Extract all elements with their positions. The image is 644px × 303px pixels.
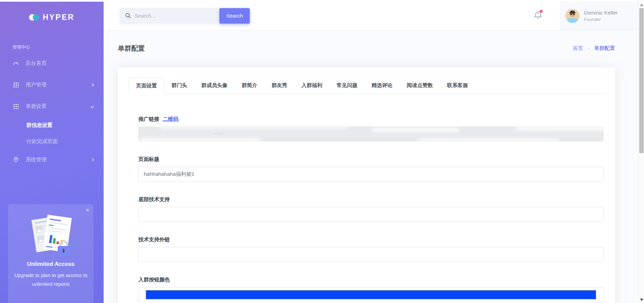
footer-support-input[interactable]: [138, 207, 603, 222]
sidebar-item-label: 系统管理: [26, 156, 47, 163]
tab-group-show[interactable]: 群友秀: [265, 78, 295, 94]
logo-text: HYPER: [43, 13, 74, 22]
sidebar-item-system[interactable]: 系统管理: [0, 149, 104, 170]
tab-featured-comments[interactable]: 精选评论: [365, 78, 400, 94]
page-settings-form: 推广链接 二维码 ····· 页面标题 hahhahahaha福利裙1: [138, 116, 603, 302]
breadcrumb-home[interactable]: 首页: [573, 45, 583, 52]
sidebar-item-group-settings[interactable]: 单群设置: [0, 95, 104, 117]
grid-icon: [13, 103, 19, 109]
topbar-right: Dominic Keller Founder: [534, 2, 638, 30]
main-content: 单群配置 首页 › 单群配置 页面设置 群门头 群成员头像 群简介 群友秀 入群…: [104, 30, 638, 303]
reports-illustration: [13, 213, 89, 257]
hyper-logo-icon: [29, 14, 39, 21]
breadcrumb-current[interactable]: 单群配置: [594, 45, 615, 52]
app-window: HYPER 管理中心 后台首页 用户管理 单群设置 群信息设置 付款完成页面: [0, 2, 644, 303]
logo[interactable]: HYPER: [0, 2, 104, 33]
qr-code-link[interactable]: 二维码: [163, 116, 179, 123]
search-input[interactable]: [135, 13, 212, 19]
sidebar-item-label: 单群设置: [26, 103, 47, 110]
support-url-input[interactable]: [138, 247, 603, 262]
scrollbar-thumb[interactable]: [639, 8, 644, 153]
search-button[interactable]: Search: [219, 8, 250, 24]
map-pin-icon: [13, 157, 19, 163]
tab-faq[interactable]: 常见问题: [329, 78, 365, 94]
scrollbar[interactable]: [638, 0, 644, 303]
upgrade-card: ×: [8, 204, 93, 303]
promo-link-input: ·····: [138, 127, 603, 141]
tab-contact-support[interactable]: 联系客服: [440, 78, 475, 94]
close-icon[interactable]: ×: [86, 208, 89, 213]
redacted-text: ·····: [213, 131, 223, 136]
upgrade-title: Unlimited Access: [13, 261, 89, 268]
sidebar: HYPER 管理中心 后台首页 用户管理 单群设置 群信息设置 付款完成页面: [0, 2, 104, 303]
sidebar-item-label: 用户管理: [26, 81, 47, 88]
sidebar-subitem-label: 付款完成页面: [26, 138, 58, 145]
user-role: Founder: [584, 17, 618, 22]
user-name: Dominic Keller: [584, 10, 618, 16]
settings-card: 页面设置 群门头 群成员头像 群简介 群友秀 入群福利 常见问题 精选评论 阅读…: [118, 67, 615, 303]
scroll-down-arrow-icon[interactable]: [639, 297, 644, 302]
promo-link-group: 推广链接 二维码 ·····: [138, 116, 603, 141]
sidebar-subitem-group-info[interactable]: 群信息设置: [0, 117, 104, 133]
search-icon: [125, 13, 131, 19]
sidebar-subitem-payment-done[interactable]: 付款完成页面: [0, 133, 104, 149]
tab-join-benefits[interactable]: 入群福利: [294, 78, 329, 94]
support-url-group: 技术支持外链: [138, 236, 603, 262]
tab-page-settings[interactable]: 页面设置: [129, 78, 164, 94]
notification-dot: [540, 10, 543, 13]
tab-group-intro[interactable]: 群简介: [235, 78, 265, 94]
page-title: 单群配置: [118, 44, 145, 53]
search-group: Search: [120, 8, 250, 24]
search-box: [120, 8, 220, 24]
upgrade-body: Upgrade to plan to get access to unlimit…: [13, 271, 89, 288]
button-color-group: 入群按钮颜色: [138, 276, 603, 302]
sidebar-item-dashboard[interactable]: 后台首页: [0, 52, 104, 74]
chevron-down-icon: [91, 105, 94, 108]
color-picker-input[interactable]: [138, 287, 603, 302]
support-url-label: 技术支持外链: [138, 236, 603, 243]
chevron-right-icon: [91, 83, 94, 86]
footer-support-label: 底部技术支持: [138, 196, 603, 203]
tab-read-likes[interactable]: 阅读点赞数: [400, 78, 440, 94]
page-title-label: 页面标题: [138, 156, 603, 163]
page-title-group: 页面标题 hahhahahaha福利裙1: [138, 156, 603, 182]
tab-member-avatars[interactable]: 群成员头像: [194, 78, 235, 94]
color-swatch: [146, 290, 596, 299]
tab-group-header[interactable]: 群门头: [164, 78, 194, 94]
field-label: 推广链接: [138, 116, 159, 123]
button-color-label: 入群按钮颜色: [138, 276, 603, 283]
promo-link-label: 推广链接 二维码: [138, 116, 603, 123]
tab-bar: 页面设置 群门头 群成员头像 群简介 群友秀 入群福利 常见问题 精选评论 阅读…: [129, 78, 604, 94]
user-profile[interactable]: Dominic Keller Founder: [560, 2, 638, 30]
scroll-up-arrow-icon[interactable]: [639, 2, 644, 7]
breadcrumb-separator-icon: ›: [588, 46, 589, 51]
notification-bell[interactable]: [534, 10, 542, 21]
sidebar-section-label: 管理中心: [12, 44, 104, 50]
footer-support-group: 底部技术支持: [138, 196, 603, 222]
sidebar-item-users[interactable]: 用户管理: [0, 74, 104, 95]
grid-icon: [13, 82, 19, 88]
chevron-right-icon: [91, 158, 94, 161]
breadcrumb: 首页 › 单群配置: [573, 45, 615, 52]
topbar: Search: [104, 2, 638, 30]
sidebar-item-label: 后台首页: [26, 60, 47, 67]
avatar: [565, 9, 580, 23]
page-title-input[interactable]: hahhahahaha福利裙1: [138, 167, 603, 182]
page-header: 单群配置 首页 › 单群配置: [118, 43, 615, 53]
sidebar-subitem-label: 群信息设置: [26, 122, 53, 129]
speedometer-icon: [13, 60, 19, 66]
